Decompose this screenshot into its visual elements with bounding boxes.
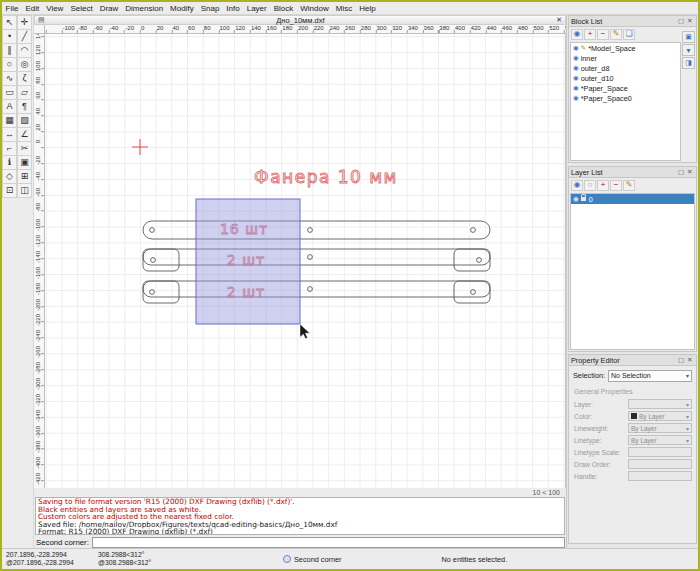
layer-toolbar-icon[interactable]: ◉: [571, 180, 583, 191]
layer-toolbar-icon[interactable]: −: [610, 180, 622, 191]
menu-item[interactable]: Draw: [96, 4, 122, 13]
cad-entity-hole[interactable]: [308, 287, 313, 292]
layer-toolbar-icon[interactable]: ○: [584, 180, 596, 191]
lock-icon[interactable]: [581, 197, 586, 201]
cad-entity-plate2[interactable]: [143, 249, 490, 265]
property-field-control[interactable]: By Layer ▾: [628, 423, 692, 433]
tool-button[interactable]: ∿: [2, 71, 17, 86]
tool-button[interactable]: A: [2, 99, 17, 114]
block-side-button[interactable]: ▣: [682, 31, 695, 43]
tool-button[interactable]: ↔: [2, 127, 17, 142]
tool-button[interactable]: ◇: [2, 169, 17, 184]
tool-button[interactable]: ▱: [17, 85, 32, 100]
layer-toolbar-icon[interactable]: ✎: [623, 180, 635, 191]
drawing-canvas[interactable]: Фанера 10 мм 16 шт 2 шт 2 шт: [45, 34, 566, 488]
annotation-title-text[interactable]: Фанера 10 мм: [254, 167, 398, 187]
visibility-eye-icon[interactable]: ◉: [573, 95, 579, 102]
menu-item[interactable]: Layer: [243, 4, 270, 13]
block-list-item[interactable]: ◉ ✎ outer_d8: [571, 63, 680, 73]
property-field-control[interactable]: ▾: [628, 459, 692, 469]
tool-button[interactable]: ⌐: [2, 141, 17, 156]
tool-button[interactable]: ⊡: [2, 183, 17, 198]
tool-button[interactable]: ▣: [17, 155, 32, 170]
tool-button[interactable]: •: [2, 29, 17, 44]
command-input[interactable]: [92, 537, 565, 548]
close-icon[interactable]: ✕: [686, 356, 694, 364]
block-toolbar-icon[interactable]: ✎: [610, 29, 622, 40]
cad-entity-hole[interactable]: [151, 258, 156, 263]
tool-button[interactable]: ◎: [17, 57, 32, 72]
property-field-control[interactable]: ▾: [628, 447, 692, 457]
property-field-control[interactable]: By Layer ▾: [628, 411, 692, 421]
visibility-eye-icon[interactable]: ◉: [573, 55, 579, 62]
tool-button[interactable]: ▭: [2, 85, 17, 100]
tool-button[interactable]: ↖: [2, 15, 17, 30]
block-toolbar-icon[interactable]: −: [597, 29, 609, 40]
close-icon[interactable]: ✕: [556, 16, 562, 24]
cad-entity-tab[interactable]: [454, 249, 490, 271]
visibility-eye-icon[interactable]: ◉: [573, 65, 579, 72]
block-side-button[interactable]: ▼: [682, 44, 695, 56]
float-icon[interactable]: ▢: [676, 17, 685, 25]
cad-entity-plate1[interactable]: [143, 221, 490, 239]
tool-button[interactable]: ¶: [17, 99, 32, 114]
close-icon[interactable]: ✕: [686, 17, 694, 25]
cad-entities[interactable]: [143, 221, 490, 303]
menu-item[interactable]: Dimension: [122, 4, 167, 13]
block-side-button[interactable]: ◨: [682, 57, 695, 69]
cad-entity-tab[interactable]: [143, 249, 179, 271]
cad-entity-hole[interactable]: [150, 228, 155, 233]
tool-button[interactable]: ◠: [17, 43, 32, 58]
property-field-control[interactable]: ▾: [628, 399, 692, 409]
visibility-eye-icon[interactable]: ◉: [573, 85, 579, 92]
tool-button[interactable]: ◫: [17, 183, 32, 198]
menu-item[interactable]: Snap: [197, 4, 223, 13]
block-list-item[interactable]: ◉ ✎ *Paper_Space: [571, 83, 680, 93]
visibility-eye-icon[interactable]: ◉: [573, 75, 579, 82]
tool-button[interactable]: ζ: [17, 71, 32, 86]
menu-item[interactable]: Block: [270, 4, 297, 13]
menu-item[interactable]: Select: [67, 4, 96, 13]
layer-toolbar-icon[interactable]: +: [597, 180, 609, 191]
tool-button[interactable]: ✛: [17, 15, 32, 30]
cad-entity-plate3[interactable]: [143, 281, 490, 297]
menu-item[interactable]: Modify: [167, 4, 198, 13]
close-icon[interactable]: ✕: [686, 168, 694, 176]
tool-button[interactable]: ▦: [2, 113, 17, 128]
cad-entity-hole[interactable]: [150, 290, 155, 295]
tool-button[interactable]: ▧: [17, 113, 32, 128]
cad-entity-tab[interactable]: [143, 281, 179, 303]
menu-item[interactable]: File: [2, 4, 22, 13]
menu-item[interactable]: Info: [223, 4, 243, 13]
block-list-item[interactable]: ◉ ✎ inner: [571, 53, 680, 63]
block-toolbar-icon[interactable]: ❏: [623, 29, 635, 40]
cad-entity-hole[interactable]: [308, 255, 313, 260]
block-list-item[interactable]: ◉ ✎ outer_d10: [571, 73, 680, 83]
menu-item[interactable]: Window: [297, 4, 332, 13]
visibility-eye-icon[interactable]: ◉: [573, 45, 579, 52]
tool-button[interactable]: ╱: [17, 29, 32, 44]
tool-button[interactable]: ∥: [2, 43, 17, 58]
selection-dropdown[interactable]: No Selection ▾: [608, 370, 692, 382]
tool-button[interactable]: ℹ: [2, 155, 17, 170]
float-icon[interactable]: ▢: [676, 168, 685, 176]
layer-list-item[interactable]: ◉ 0: [571, 194, 694, 204]
tool-button[interactable]: ○: [2, 57, 17, 72]
menu-item[interactable]: Help: [356, 4, 379, 13]
cad-entity-tab[interactable]: [454, 281, 490, 303]
cad-entity-hole[interactable]: [477, 258, 482, 263]
tool-button[interactable]: ⊞: [17, 169, 32, 184]
cad-entity-hole[interactable]: [471, 228, 476, 233]
menu-item[interactable]: Edit: [22, 4, 43, 13]
cad-entity-hole[interactable]: [308, 228, 313, 233]
block-list-item[interactable]: ◉ ✎ *Paper_Space0: [571, 93, 680, 103]
block-toolbar-icon[interactable]: ◉: [571, 29, 583, 40]
block-list-item[interactable]: ◉ ✎ *Model_Space: [571, 43, 680, 53]
tool-button[interactable]: ✂: [17, 141, 32, 156]
float-icon[interactable]: ▢: [676, 356, 685, 364]
menu-item[interactable]: Misc: [332, 4, 355, 13]
property-field-control[interactable]: ▾: [628, 471, 692, 481]
menu-item[interactable]: View: [43, 4, 67, 13]
cad-entity-hole[interactable]: [471, 290, 476, 295]
block-toolbar-icon[interactable]: +: [584, 29, 596, 40]
